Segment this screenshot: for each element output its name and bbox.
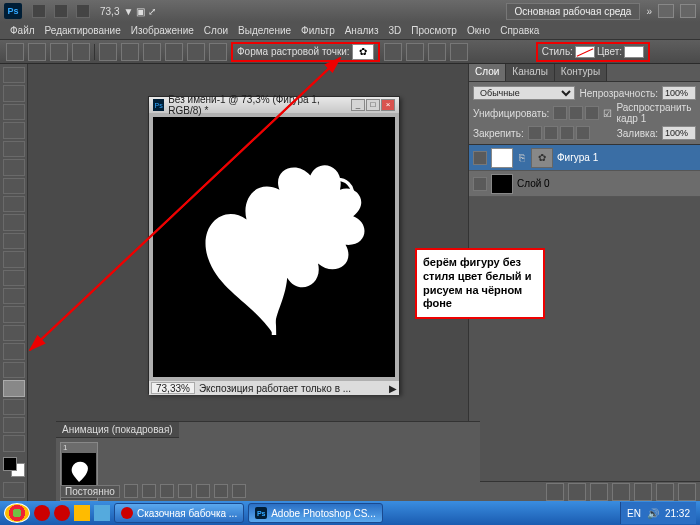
fx-icon[interactable]: [568, 483, 586, 501]
tab-paths[interactable]: Контуры: [555, 64, 607, 81]
taskbar-opera[interactable]: Сказочная бабочка ...: [114, 503, 244, 523]
3d-tool[interactable]: [3, 399, 25, 415]
ql-tc-icon[interactable]: [74, 505, 90, 521]
quick-mask-icon[interactable]: [3, 482, 25, 498]
adjustment-icon[interactable]: [612, 483, 630, 501]
menu-window[interactable]: Окно: [463, 23, 494, 38]
layer-name[interactable]: Фигура 1: [557, 152, 598, 163]
chevrons-icon[interactable]: »: [646, 6, 652, 17]
doc-zoom[interactable]: 73,33%: [151, 382, 195, 394]
move-tool[interactable]: [3, 67, 25, 83]
marquee-tool[interactable]: [3, 85, 25, 101]
ql-desktop-icon[interactable]: [94, 505, 110, 521]
unify-vis-icon[interactable]: [569, 106, 583, 120]
style-none-swatch[interactable]: [575, 46, 595, 58]
history-brush-tool[interactable]: [3, 233, 25, 249]
visibility-icon[interactable]: [473, 177, 487, 191]
new-layer-icon[interactable]: [656, 483, 674, 501]
unify-pos-icon[interactable]: [553, 106, 567, 120]
lang-indicator[interactable]: EN: [627, 508, 641, 519]
link-layers-icon[interactable]: [546, 483, 564, 501]
menu-help[interactable]: Справка: [496, 23, 543, 38]
play-icon[interactable]: [160, 484, 174, 498]
shape-preview-icon[interactable]: ✿: [352, 44, 374, 60]
lasso-tool[interactable]: [3, 104, 25, 120]
fg-bg-colors[interactable]: [3, 457, 25, 477]
eraser-tool[interactable]: [3, 251, 25, 267]
animation-tab[interactable]: Анимация (покадровая): [56, 422, 179, 438]
system-tray[interactable]: EN 🔊 21:32: [620, 502, 696, 524]
prev-frame-icon[interactable]: [142, 484, 156, 498]
paths-icon[interactable]: [50, 43, 68, 61]
lock-pixels-icon[interactable]: [544, 126, 558, 140]
layer-thumb[interactable]: [491, 174, 513, 194]
ql-opera2-icon[interactable]: [54, 505, 70, 521]
group-icon[interactable]: [634, 483, 652, 501]
custom-shape-icon[interactable]: [209, 43, 227, 61]
combine-add-icon[interactable]: [384, 43, 402, 61]
layer-name[interactable]: Слой 0: [517, 178, 550, 189]
crop-tool[interactable]: [3, 141, 25, 157]
fill-input[interactable]: [662, 126, 696, 140]
taskbar-photoshop[interactable]: PsAdobe Photoshop CS...: [248, 503, 383, 523]
gradient-tool[interactable]: [3, 270, 25, 286]
bridge-icon[interactable]: [32, 4, 46, 18]
rect-shape-icon[interactable]: [99, 43, 117, 61]
workspace-switcher[interactable]: Основная рабочая среда: [506, 3, 641, 20]
blend-mode-select[interactable]: Обычные: [473, 86, 575, 100]
heal-tool[interactable]: [3, 178, 25, 194]
combine-exclude-icon[interactable]: [450, 43, 468, 61]
blur-tool[interactable]: [3, 288, 25, 304]
menu-image[interactable]: Изображение: [127, 23, 198, 38]
visibility-icon[interactable]: [473, 151, 487, 165]
ql-opera-icon[interactable]: [34, 505, 50, 521]
maximize-icon[interactable]: [680, 4, 696, 18]
ellipse-shape-icon[interactable]: [143, 43, 161, 61]
menu-3d[interactable]: 3D: [384, 23, 405, 38]
tab-layers[interactable]: Слои: [469, 64, 506, 81]
propagate-label[interactable]: Распространить кадр 1: [616, 102, 696, 124]
path-select-tool[interactable]: [3, 362, 25, 378]
lock-pos-icon[interactable]: [560, 126, 574, 140]
tab-channels[interactable]: Каналы: [506, 64, 555, 81]
menu-file[interactable]: Файл: [6, 23, 39, 38]
tray-volume-icon[interactable]: 🔊: [647, 508, 659, 519]
document-titlebar[interactable]: Ps Без имени-1 @ 73,3% (Фигура 1, RGB/8)…: [149, 97, 399, 113]
tool-preset-icon[interactable]: [6, 43, 24, 61]
shape-layers-icon[interactable]: [28, 43, 46, 61]
fill-pixels-icon[interactable]: [72, 43, 90, 61]
doc-close-icon[interactable]: ×: [381, 99, 395, 111]
start-button[interactable]: [4, 503, 30, 523]
eyedropper-tool[interactable]: [3, 159, 25, 175]
rrect-shape-icon[interactable]: [121, 43, 139, 61]
lock-all-icon[interactable]: [576, 126, 590, 140]
hand-tool[interactable]: [3, 417, 25, 433]
menu-layers[interactable]: Слои: [200, 23, 232, 38]
combine-subtract-icon[interactable]: [406, 43, 424, 61]
layer-row-bg[interactable]: Слой 0: [469, 171, 700, 197]
tween-icon[interactable]: [196, 484, 210, 498]
next-frame-icon[interactable]: [178, 484, 192, 498]
combine-intersect-icon[interactable]: [428, 43, 446, 61]
first-frame-icon[interactable]: [124, 484, 138, 498]
wand-tool[interactable]: [3, 122, 25, 138]
delete-frame-icon[interactable]: [232, 484, 246, 498]
dup-frame-icon[interactable]: [214, 484, 228, 498]
document-canvas[interactable]: [153, 117, 395, 377]
type-tool[interactable]: [3, 343, 25, 359]
loop-dropdown[interactable]: Постоянно: [60, 485, 120, 498]
lock-trans-icon[interactable]: [528, 126, 542, 140]
trash-icon[interactable]: [678, 483, 696, 501]
opacity-input[interactable]: [662, 86, 696, 100]
line-shape-icon[interactable]: [187, 43, 205, 61]
layout-icon[interactable]: [54, 4, 68, 18]
vector-mask-thumb[interactable]: ✿: [531, 148, 553, 168]
layer-row-shape[interactable]: ⎘ ✿ Фигура 1: [469, 145, 700, 171]
zoom-arrows[interactable]: ▼ ▣ ⤢: [123, 6, 155, 17]
brush-tool[interactable]: [3, 196, 25, 212]
dodge-tool[interactable]: [3, 306, 25, 322]
doc-minimize-icon[interactable]: _: [351, 99, 365, 111]
menu-view[interactable]: Просмотр: [407, 23, 461, 38]
unify-style-icon[interactable]: [585, 106, 599, 120]
screen-mode-icon[interactable]: [76, 4, 90, 18]
